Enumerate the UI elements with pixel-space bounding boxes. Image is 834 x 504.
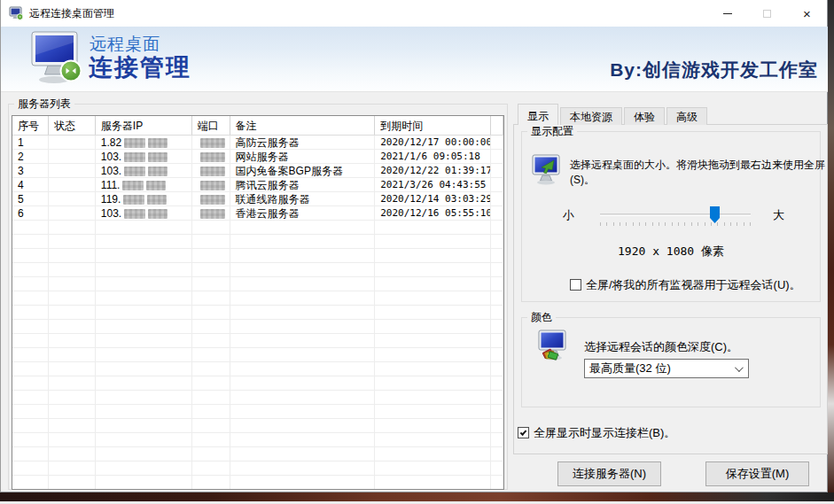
table-cell-empty [12,447,49,461]
server-table-body: 11.82高防云服务器2020/12/17 00:00:002103.网站服务器… [12,136,503,490]
display-config-label: 显示配置 [527,124,577,138]
table-cell-empty [491,391,503,405]
table-cell-empty [96,419,192,433]
table-row [12,277,503,291]
server-table-header[interactable]: 序号状态服务器IP端口备注到期时间 [12,116,503,136]
table-cell-empty [375,348,491,362]
connection-bar-checkbox-row[interactable]: 全屏显示时显示连接栏(B)。 [518,426,675,440]
table-cell-empty [192,263,230,277]
tab-experience[interactable]: 体验 [624,107,665,125]
check-icon [520,429,527,436]
tab-advanced[interactable]: 高级 [666,107,707,125]
table-cell-empty [192,221,230,235]
server-table[interactable]: 序号状态服务器IP端口备注到期时间 11.82高防云服务器2020/12/17 … [12,115,504,490]
table-cell-empty [192,249,230,263]
table-cell-empty [192,405,230,419]
redacted-block [148,209,168,219]
table-row[interactable]: 3103.国内免备案BGP服务器2020/12/22 01:39:17 [12,164,503,178]
table-row [12,391,503,405]
tab-local-resources[interactable]: 本地资源 [560,107,622,125]
table-cell-empty [230,376,376,391]
table-cell-empty [192,391,230,405]
table-cell-empty [491,235,503,249]
table-cell-empty [96,348,192,362]
connect-server-button[interactable]: 连接服务器(N) [557,461,661,486]
fullscreen-monitors-checkbox-row[interactable]: 全屏/将我的所有监视器用于远程会话(U)。 [570,278,801,292]
table-row [12,419,503,433]
redacted-block [146,181,166,190]
redacted-block [124,138,145,148]
minimize-button[interactable] [707,0,747,27]
table-cell: 网站服务器 [230,150,376,164]
column-header[interactable]: 状态 [49,116,96,135]
table-cell-empty [12,405,49,419]
desktop-wallpaper-right [828,0,834,492]
table-cell: 119. [96,192,192,206]
table-cell-empty [12,263,49,277]
table-row[interactable]: 2103.网站服务器2021/1/6 09:05:18 [12,150,503,164]
fullscreen-monitors-checkbox-label[interactable]: 全屏/将我的所有监视器用于远程会话(U)。 [586,278,801,292]
save-settings-button[interactable]: 保存设置(M) [705,461,809,486]
table-cell-empty [49,348,96,362]
table-cell-empty [491,461,503,476]
table-cell-empty [375,320,491,334]
column-header[interactable]: 序号 [12,116,49,135]
table-cell-empty [96,461,192,476]
close-button[interactable]: × [787,0,827,27]
table-cell-empty [230,306,376,320]
table-cell-empty [230,447,376,461]
column-header[interactable]: 服务器IP [96,116,192,135]
table-cell [49,178,96,192]
screen-size-icon [532,154,565,188]
tab-display[interactable]: 显示 [518,104,558,125]
window-controls: × [707,0,827,27]
table-cell-empty [96,306,192,320]
table-cell-empty [12,391,49,405]
table-row[interactable]: 5119.联通线路服务器2020/12/14 03:03:29 [12,192,503,206]
fullscreen-monitors-checkbox[interactable] [570,279,581,291]
connection-bar-checkbox-label[interactable]: 全屏显示时显示连接栏(B)。 [534,426,675,440]
table-cell-empty [491,263,503,277]
table-cell-empty [230,334,376,348]
table-cell [192,192,230,206]
table-cell-empty [49,476,96,490]
redacted-block [147,195,167,205]
redacted-block [200,152,225,162]
maximize-button[interactable] [747,0,787,27]
table-cell-empty [96,263,192,277]
table-cell-empty [96,320,192,334]
table-cell-empty [12,461,49,476]
table-cell [491,164,503,178]
table-cell-empty [192,476,230,490]
table-row[interactable]: 11.82高防云服务器2020/12/17 00:00:00 [12,136,503,150]
app-window: 远程连接桌面管理 × [0,0,828,492]
table-cell-empty [96,334,192,348]
redacted-block [148,152,168,162]
column-header[interactable] [491,116,503,135]
table-cell-empty [230,419,376,433]
size-slider-thumb[interactable] [710,206,720,223]
table-cell-empty [491,348,503,362]
table-cell-empty [49,277,96,291]
column-header[interactable]: 备注 [230,116,376,135]
table-cell-empty [375,235,491,249]
window-title: 远程连接桌面管理 [29,6,114,21]
table-cell: 111. [96,178,192,192]
table-row [12,376,503,391]
table-row [12,447,503,461]
table-row[interactable]: 4111.腾讯云服务器2021/3/26 04:43:55 [12,178,503,192]
column-header[interactable]: 端口 [192,116,230,135]
redacted-block [124,167,145,176]
table-cell-empty [491,476,503,490]
desktop-wallpaper-bottom [0,492,834,501]
table-cell-empty [12,277,49,291]
table-cell-empty [375,277,491,291]
connection-bar-checkbox[interactable] [518,427,529,438]
column-header[interactable]: 到期时间 [375,116,491,135]
size-slider-track[interactable] [600,213,751,216]
color-depth-select[interactable]: 最高质量(32 位) [584,359,749,378]
screen: 远程连接桌面管理 × [0,0,834,504]
table-row[interactable]: 6103.香港云服务器2020/12/16 05:55:10 [12,206,503,221]
table-cell-empty [230,476,376,490]
table-row [12,249,503,263]
